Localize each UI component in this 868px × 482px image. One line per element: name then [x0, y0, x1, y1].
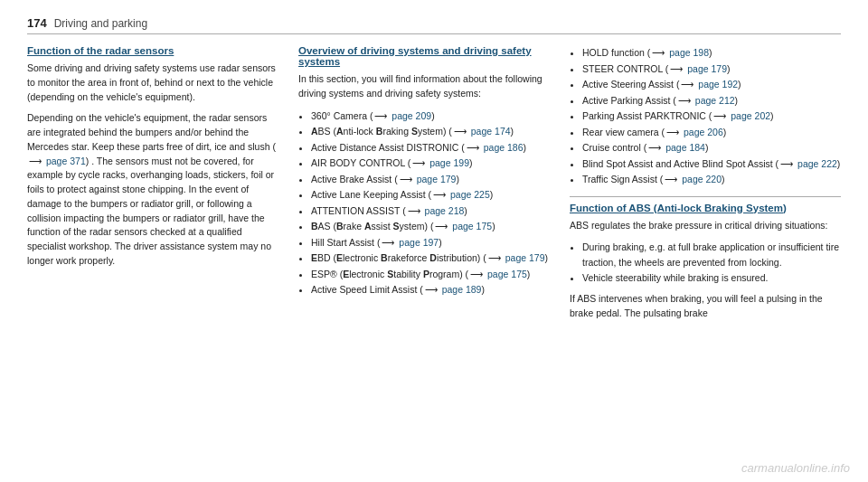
page-number: 174: [27, 16, 47, 30]
abs-intro: ABS regulates the brake pressure in crit…: [570, 219, 841, 233]
radar-para2-cont: . The sensors must not be covered, for e…: [27, 156, 274, 266]
list-item: Active Parking Assist (⟶ page 212): [582, 93, 841, 109]
content-area: Function of the radar sensors Some drivi…: [27, 45, 841, 470]
list-item: Rear view camera (⟶ page 206): [582, 125, 841, 140]
list-item: Active Distance Assist DISTRONIC (⟶ page…: [311, 140, 552, 156]
arrow-icon: ⟶: [467, 141, 479, 156]
col-left: Function of the radar sensors Some drivi…: [27, 45, 280, 470]
arrow-icon: ⟶: [488, 251, 501, 266]
list-item: During braking, e.g. at full brake appli…: [582, 240, 841, 269]
arrow-icon: ⟶: [670, 62, 683, 77]
right-list: HOLD function (⟶ page 198) STEER CONTROL…: [570, 45, 841, 187]
list-item: Active Lane Keeping Assist (⟶ page 225): [311, 187, 552, 203]
section-divider: [570, 196, 841, 197]
abs-list: During braking, e.g. at full brake appli…: [570, 240, 841, 285]
arrow-icon: ⟶: [382, 236, 394, 250]
watermark: carmanualonline.info: [741, 461, 850, 475]
arrow-icon: ⟶: [400, 173, 412, 187]
arrow-icon: ⟶: [648, 141, 661, 156]
list-item: ATTENTION ASSIST (⟶ page 218): [311, 203, 552, 219]
list-item: Hill Start Assist (⟶ page 197): [311, 235, 552, 250]
overview-list: 360° Camera (⟶ page 209) ABS (Anti-lock …: [298, 109, 552, 298]
col-right: HOLD function (⟶ page 198) STEER CONTROL…: [570, 45, 841, 470]
list-item: ABS (Anti-lock Braking System) (⟶ page 1…: [311, 124, 552, 139]
list-item: Cruise control (⟶ page 184): [582, 140, 841, 156]
list-item: EBD (Electronic Brakeforce Distribution)…: [311, 250, 552, 266]
list-item: Active Steering Assist (⟶ page 192): [582, 77, 841, 92]
list-item: Vehicle steerability while braking is en…: [582, 270, 841, 285]
arrow-icon: ⟶: [454, 125, 467, 139]
arrow-icon: ⟶: [470, 268, 483, 282]
list-item: Traffic Sign Assist (⟶ page 220): [582, 172, 841, 187]
radar-para2-link[interactable]: page 371: [46, 156, 86, 166]
page-title: Driving and parking: [54, 17, 147, 30]
list-item: Parking Assist PARKTRONIC (⟶ page 202): [582, 109, 841, 124]
radar-para1: Some driving and driving safety systems …: [27, 61, 280, 104]
page-header: 174 Driving and parking: [27, 16, 841, 34]
arrow-icon: ⟶: [652, 46, 665, 61]
abs-para: If ABS intervenes when braking, you will…: [570, 292, 841, 321]
list-item: HOLD function (⟶ page 198): [582, 45, 841, 61]
overview-section-heading: Overview of driving systems and driving …: [298, 45, 552, 67]
arrow-icon: ⟶: [435, 220, 448, 234]
list-item: AIR BODY CONTROL (⟶ page 199): [311, 156, 552, 171]
list-item: STEER CONTROL (⟶ page 179): [582, 61, 841, 77]
abs-section-heading: Function of ABS (Anti-lock Braking Syste…: [570, 203, 841, 213]
arrow-icon: ⟶: [412, 156, 425, 171]
arrow-icon: ⟶: [678, 94, 691, 109]
list-item: 360° Camera (⟶ page 209): [311, 109, 552, 124]
arrow-icon: ⟶: [374, 109, 387, 124]
page-container: 174 Driving and parking Function of the …: [0, 0, 868, 482]
arrow-icon: ⟶: [408, 204, 420, 219]
list-item: BAS (Brake Assist System) (⟶ page 175): [311, 219, 552, 234]
arrow-icon: ⟶: [666, 126, 679, 140]
radar-para2: Depending on the vehicle's equipment, th…: [27, 111, 280, 268]
radar-para2-text: Depending on the vehicle's equipment, th…: [27, 112, 269, 152]
arrow-icon: ⟶: [665, 173, 677, 187]
list-item: Active Speed Limit Assist (⟶ page 189): [311, 282, 552, 298]
radar-section-heading: Function of the radar sensors: [27, 45, 280, 56]
list-item: Active Brake Assist (⟶ page 179): [311, 172, 552, 187]
arrow-icon: ⟶: [29, 155, 42, 168]
arrow-icon: ⟶: [780, 157, 793, 172]
list-item: ESP® (Electronic Stability Program) (⟶ p…: [311, 267, 552, 282]
list-item: Blind Spot Assist and Active Blind Spot …: [582, 156, 841, 172]
arrow-icon: ⟶: [681, 78, 693, 92]
overview-intro: In this section, you will find informati…: [298, 72, 552, 101]
arrow-icon: ⟶: [713, 109, 726, 124]
arrow-icon: ⟶: [425, 283, 438, 298]
arrow-icon: ⟶: [433, 188, 446, 203]
col-middle: Overview of driving systems and driving …: [298, 45, 552, 470]
